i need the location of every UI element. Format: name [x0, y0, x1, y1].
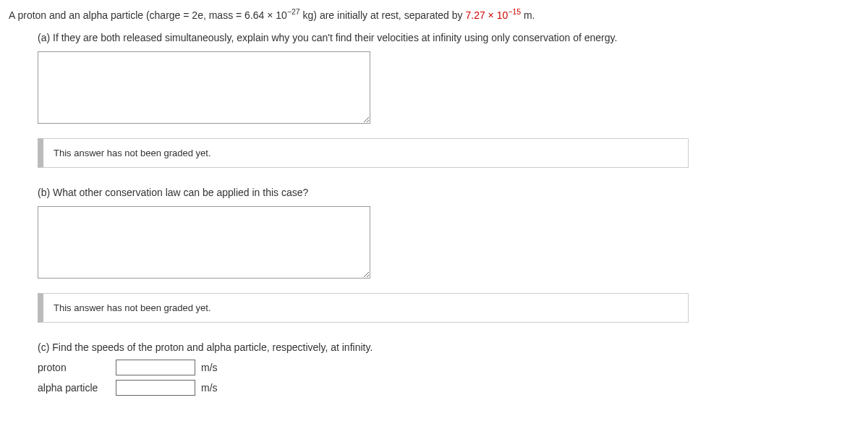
part-c-label-alpha: alpha particle: [38, 382, 110, 394]
problem-red-before: 7.27 × 10: [465, 9, 508, 21]
part-a: (a) If they are both released simultaneo…: [38, 30, 859, 168]
part-b-answer-textarea[interactable]: [38, 206, 370, 279]
part-c: (c) Find the speeds of the proton and al…: [38, 340, 859, 396]
part-c-input-proton[interactable]: [116, 360, 195, 375]
problem-sup1: −27: [287, 7, 300, 16]
part-a-answer-textarea[interactable]: [38, 51, 370, 124]
part-b-grade-status: This answer has not been graded yet.: [38, 293, 689, 323]
part-a-prompt: (a) If they are both released simultaneo…: [38, 30, 859, 46]
part-c-row-proton: proton m/s: [38, 360, 859, 375]
problem-intro-after: m.: [521, 9, 535, 21]
problem-intro-mid: kg) are initially at rest, separated by: [300, 9, 466, 21]
part-c-label-proton: proton: [38, 362, 110, 373]
problem-statement: A proton and an alpha particle (charge =…: [9, 6, 859, 23]
part-b-prompt: (b) What other conservation law can be a…: [38, 185, 859, 200]
problem-red-sup: −15: [508, 7, 521, 16]
part-c-unit-alpha: m/s: [201, 382, 218, 394]
part-a-grade-status: This answer has not been graded yet.: [38, 138, 689, 168]
part-c-row-alpha: alpha particle m/s: [38, 380, 859, 396]
part-c-input-alpha[interactable]: [116, 380, 195, 396]
problem-red-value: 7.27 × 10−15: [465, 9, 521, 21]
problem-intro-before: A proton and an alpha particle (charge =…: [9, 9, 287, 21]
part-b: (b) What other conservation law can be a…: [38, 185, 859, 323]
part-c-prompt: (c) Find the speeds of the proton and al…: [38, 340, 859, 355]
part-c-unit-proton: m/s: [201, 362, 218, 373]
